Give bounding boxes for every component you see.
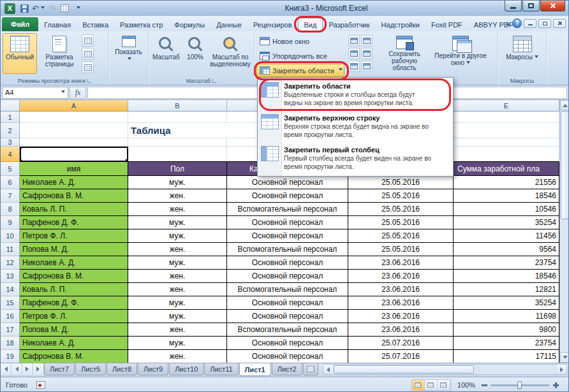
cell-category[interactable]: Основной персонал (227, 296, 348, 310)
sheet-tab-list8[interactable]: Лист8 (107, 363, 137, 375)
cell-category[interactable]: Вспомогательный персонал (227, 203, 348, 216)
cell-sum[interactable]: 18546 (454, 270, 559, 283)
row-header[interactable]: 12 (1, 256, 20, 270)
redo-button[interactable]: ↷ (46, 3, 59, 14)
cell[interactable] (454, 112, 559, 123)
cell-sex[interactable]: муж. (128, 216, 227, 229)
cell-sum[interactable]: 17115 (454, 350, 559, 363)
qat-customize-button[interactable] (71, 3, 84, 14)
tab-page-layout[interactable]: Разметка стр (114, 18, 168, 31)
row-header[interactable]: 7 (1, 189, 20, 203)
scroll-right-button[interactable] (557, 365, 566, 374)
cell[interactable] (454, 147, 559, 162)
column-header-e[interactable]: E (454, 100, 559, 112)
cell-date[interactable]: 23.06.2016 (348, 296, 454, 310)
row-header[interactable]: 17 (1, 323, 20, 337)
dialog-launcher-icon[interactable] (212, 79, 216, 83)
synchronous-scrolling-button[interactable] (361, 48, 373, 59)
cell-sum[interactable]: 21556 (454, 176, 559, 189)
cell-date[interactable]: 25.05.2016 (348, 203, 454, 216)
workbook-minimize-button[interactable] (524, 19, 536, 28)
zoom-level-label[interactable]: 100% (457, 381, 475, 389)
row-header[interactable]: 9 (1, 216, 20, 229)
next-sheet-button[interactable] (22, 363, 33, 375)
menu-item-freeze-panes[interactable]: Закрепить области Выделенные строки и ст… (258, 79, 453, 111)
zoom-slider-track[interactable] (491, 384, 549, 386)
cell-name[interactable]: Сафронова В. М. (20, 270, 128, 283)
cell-sum[interactable]: 23754 (454, 337, 559, 350)
page-break-preview-button[interactable] (82, 34, 94, 47)
tab-addins[interactable]: Надстройки (376, 18, 425, 31)
cell-sex[interactable]: жен. (128, 323, 227, 337)
cell-name[interactable]: Попова М. Д. (20, 243, 128, 256)
cell-date[interactable]: 23.06.2016 (348, 323, 454, 337)
vertical-scrollbar[interactable] (559, 100, 569, 363)
save-button[interactable] (18, 3, 31, 14)
row-header[interactable]: 15 (1, 296, 20, 310)
cell-name[interactable]: Николаев А. Д. (20, 256, 128, 270)
cell-category[interactable]: Основной персонал (227, 270, 348, 283)
name-box[interactable]: A4 (2, 87, 68, 99)
dialog-launcher-icon[interactable] (87, 79, 91, 83)
cell-sex[interactable]: муж. (128, 337, 227, 350)
cell-name[interactable]: Коваль Л. П. (20, 283, 128, 296)
tab-developer[interactable]: Разработчик (323, 18, 375, 31)
cell-sum[interactable]: 9800 (454, 323, 559, 337)
zoom-to-selection-button[interactable]: Масштаб по выделенному (209, 33, 252, 74)
cell-sum[interactable]: 11698 (454, 310, 559, 323)
cell-sum[interactable]: 35254 (454, 216, 559, 229)
row-header[interactable]: 5 (1, 162, 20, 176)
view-side-by-side-button[interactable] (361, 35, 373, 47)
arrange-all-button[interactable]: Упорядочить все (256, 49, 344, 62)
cell-category[interactable]: Основной персонал (227, 337, 348, 350)
freeze-panes-button[interactable]: Закрепить области (256, 64, 344, 77)
scroll-up-button[interactable] (560, 100, 569, 110)
menu-item-freeze-top-row[interactable]: Закрепить верхнюю строку Верхняя строка … (258, 111, 453, 143)
collapse-ribbon-button[interactable] (505, 20, 510, 25)
cell-category[interactable]: Вспомогательный персонал (227, 323, 348, 337)
cell-sex[interactable]: жен. (128, 350, 227, 363)
row-header[interactable]: 6 (1, 176, 20, 189)
cell-name[interactable]: Николаев А. Д. (20, 176, 128, 189)
tab-home[interactable]: Главная (38, 18, 77, 31)
row-header[interactable]: 18 (1, 337, 20, 350)
tab-foxit-pdf[interactable]: Foxit PDF (425, 18, 468, 31)
tab-view[interactable]: Вид (298, 18, 323, 31)
macros-button[interactable]: Макросы (504, 33, 541, 74)
header-cell-name[interactable]: имя (20, 162, 128, 176)
cell-date[interactable]: 23.06.2016 (348, 270, 454, 283)
cell[interactable] (128, 112, 227, 123)
scroll-down-button[interactable] (560, 352, 569, 363)
zoom-out-button[interactable] (482, 384, 487, 386)
zoom-slider-thumb[interactable] (517, 381, 522, 389)
row-header[interactable]: 11 (1, 243, 20, 256)
sheet-tab-list10[interactable]: Лист10 (169, 363, 203, 375)
split-button[interactable] (348, 35, 360, 47)
row-header-selected[interactable]: 4 (1, 147, 20, 162)
cell-category[interactable]: Вспомогательный персонал (227, 283, 348, 296)
row-header[interactable]: 16 (1, 310, 20, 323)
fill-handle[interactable] (125, 159, 128, 162)
cell-name[interactable]: Петров Ф. Л. (20, 310, 128, 323)
status-page-break-button[interactable] (438, 380, 450, 390)
cell-name[interactable]: Парфенов Д. Ф. (20, 296, 128, 310)
cell-sex[interactable]: муж. (128, 256, 227, 270)
cell-sum[interactable]: 9564 (454, 243, 559, 256)
sheet-tab-list7[interactable]: Лист7 (44, 363, 75, 375)
switch-windows-button[interactable]: Перейти в другое окно (432, 33, 489, 74)
row-header[interactable]: 2 (1, 123, 20, 138)
cell[interactable] (128, 147, 227, 162)
save-workspace-button[interactable]: Сохранить рабочую область (378, 33, 431, 74)
cell-category[interactable]: Вспомогательный персонал (227, 243, 348, 256)
reset-window-position-button[interactable] (361, 61, 373, 72)
cell-sex[interactable]: жен. (128, 203, 227, 216)
cell-name[interactable]: Попова М. Д. (20, 323, 128, 337)
cell-sex[interactable]: муж. (128, 229, 227, 243)
cell-sex[interactable]: жен. (128, 283, 227, 296)
cell[interactable] (20, 123, 128, 138)
column-header-b[interactable]: B (128, 100, 227, 112)
cell-name[interactable]: Коваль Л. П. (20, 203, 128, 216)
cell-date[interactable]: 23.06.2016 (348, 310, 454, 323)
cell-date[interactable]: 25.05.2016 (348, 216, 454, 229)
zoom-button[interactable]: Масштаб (151, 33, 182, 74)
